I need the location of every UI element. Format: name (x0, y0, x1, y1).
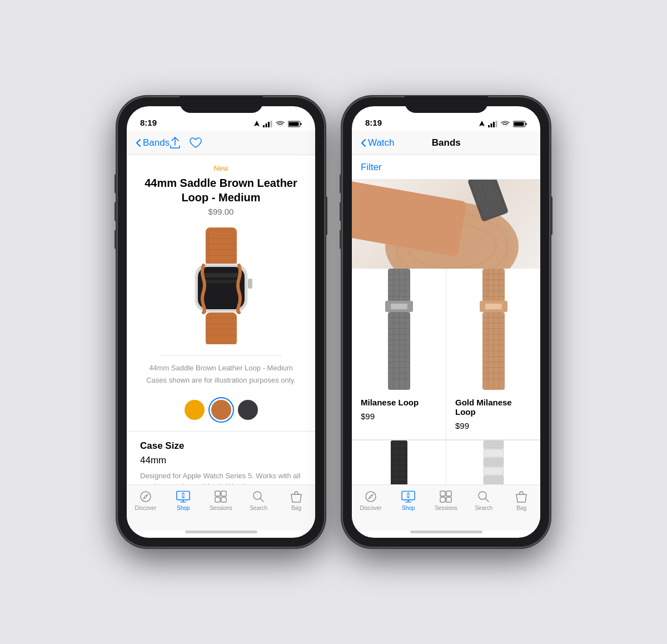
black-band-svg (377, 440, 421, 484)
search-icon-left (252, 489, 266, 503)
tab-sessions-left[interactable]: Sessions (202, 489, 240, 511)
home-indicator-right (410, 531, 482, 533)
bag-icon-right (515, 489, 529, 503)
right-phone: 8:19 (342, 96, 550, 548)
status-time-right: 8:19 (365, 118, 382, 127)
product-cell-gold-milanese[interactable]: Gold Milanese Loop $99 (446, 269, 540, 439)
product-grid: Milanese Loop $99 (352, 269, 540, 484)
shop-icon-left (176, 489, 190, 503)
svg-rect-123 (484, 458, 504, 466)
svg-rect-20 (206, 313, 237, 344)
shopping-bag-icon-left (291, 491, 302, 503)
back-button-right[interactable]: Watch (361, 137, 395, 148)
svg-rect-124 (484, 467, 504, 475)
notch-right (405, 96, 488, 113)
home-indicator-left (185, 531, 257, 533)
tab-shop-left[interactable]: Shop (165, 489, 202, 511)
nav-actions (170, 137, 202, 149)
left-screen: 8:19 (127, 106, 315, 538)
discover-label-right: Discover (360, 505, 381, 511)
svg-rect-133 (407, 497, 409, 498)
left-nav-bar: Bands (127, 131, 315, 155)
heart-icon[interactable] (190, 137, 202, 148)
tab-discover-right[interactable]: Discover (352, 489, 390, 511)
svg-rect-19 (248, 279, 252, 289)
milanese-band-svg (371, 269, 427, 391)
product-image (127, 216, 315, 355)
svg-rect-0 (263, 125, 265, 127)
tab-sessions-right[interactable]: Sessions (427, 489, 465, 511)
case-size-section: Case Size 44mm Designed for Apple Watch … (127, 431, 315, 485)
back-label-left: Bands (143, 137, 170, 148)
compass-icon (139, 490, 152, 503)
product-cell-milanese[interactable]: Milanese Loop $99 (352, 269, 446, 439)
svg-rect-1 (266, 123, 267, 127)
discover-icon-right (364, 489, 377, 503)
svg-point-25 (141, 492, 151, 502)
svg-rect-41 (514, 122, 524, 126)
location-icon-right (479, 121, 485, 127)
status-icons-left (254, 121, 302, 127)
swatch-brown[interactable] (211, 400, 231, 420)
silver-band-image (446, 440, 540, 484)
left-phone: 8:19 (117, 96, 325, 548)
svg-rect-63 (391, 304, 407, 309)
swatch-gold[interactable] (185, 400, 205, 420)
signal-icon (263, 121, 272, 127)
tab-search-left[interactable]: Search (240, 489, 277, 511)
back-button-left[interactable]: Bands (136, 137, 170, 148)
product-tag: New (127, 164, 315, 172)
svg-rect-107 (391, 440, 407, 484)
battery-icon-right (513, 121, 527, 127)
share-icon[interactable] (170, 137, 181, 149)
product-description: 44mm Saddle Brown Leather Loop - Medium (127, 356, 315, 376)
svg-rect-2 (268, 122, 270, 127)
sessions-label-right: Sessions (435, 505, 457, 511)
search-label-left: Search (250, 505, 267, 511)
svg-rect-3 (271, 121, 272, 127)
svg-rect-17 (202, 273, 241, 278)
back-label-right: Watch (368, 137, 395, 148)
grid-icon-right (440, 491, 452, 503)
product-cell-black[interactable] (352, 440, 446, 484)
bag-icon-left (290, 489, 303, 503)
gold-milanese-image (446, 269, 540, 391)
svg-rect-30 (215, 491, 220, 496)
battery-icon (288, 121, 302, 127)
tab-bag-left[interactable]: Bag (277, 489, 315, 511)
product-cell-silver[interactable] (446, 440, 540, 484)
svg-rect-136 (440, 497, 445, 502)
tab-discover-left[interactable]: Discover (127, 489, 165, 511)
svg-rect-33 (221, 497, 226, 502)
filter-bar: Filter (352, 155, 540, 180)
right-screen: 8:19 (352, 106, 540, 538)
discover-icon-left (138, 489, 152, 503)
case-size-value: 44mm (140, 455, 302, 466)
tab-search-right[interactable]: Search (465, 489, 502, 511)
gold-milanese-name: Gold Milanese Loop (446, 391, 540, 419)
svg-rect-135 (446, 491, 451, 496)
right-tab-bar: Discover Shop (352, 484, 540, 531)
chevron-left-icon (136, 138, 141, 147)
grid-icon (215, 491, 227, 503)
bag-label-right: Bag (516, 505, 526, 511)
filter-label[interactable]: Filter (361, 162, 382, 173)
tab-shop-right[interactable]: Shop (390, 489, 427, 511)
svg-rect-6 (289, 122, 299, 126)
monitor-icon-left (176, 491, 190, 503)
swatch-dark[interactable] (238, 400, 258, 420)
status-time-left: 8:19 (140, 118, 157, 127)
location-icon (254, 121, 260, 127)
gold-milanese-price: $99 (446, 419, 540, 439)
monitor-icon-right (401, 491, 415, 503)
svg-rect-38 (496, 121, 497, 127)
signal-icon-right (488, 121, 497, 127)
search-label-right: Search (475, 505, 492, 511)
milanese-name: Milanese Loop (352, 391, 446, 409)
left-tab-bar: Discover Shop (127, 484, 315, 531)
svg-rect-35 (488, 125, 490, 127)
svg-rect-132 (407, 492, 409, 494)
discover-label-left: Discover (135, 505, 156, 511)
svg-rect-52 (352, 181, 467, 257)
tab-bag-right[interactable]: Bag (502, 489, 540, 511)
